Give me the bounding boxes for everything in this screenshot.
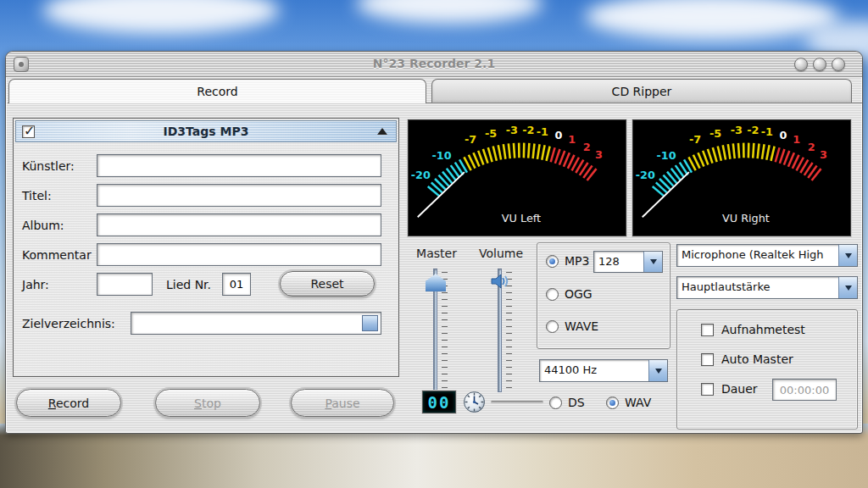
id3-panel: ID3Tags MP3 Künstler: Titel: Album: Komm… [13, 118, 399, 377]
jahr-label: Jahr: [22, 278, 49, 291]
tab-record[interactable]: Record [8, 79, 426, 103]
radio-ogg[interactable]: OGG [546, 287, 593, 301]
aufnahmetest-checkbox[interactable] [701, 324, 714, 336]
radio-mp3-dot[interactable] [546, 255, 559, 268]
svg-text:2: 2 [583, 141, 591, 153]
titel-label: Titel: [22, 189, 52, 202]
aufnahmetest-checkbox-row[interactable]: Aufnahmetest [701, 323, 805, 336]
bitrate-value: 128 [594, 252, 643, 272]
svg-text:-7: -7 [689, 133, 701, 146]
samplerate-combo[interactable]: 44100 Hz [539, 359, 668, 382]
radio-ds-dot[interactable] [549, 396, 562, 409]
timer-knob[interactable] [463, 391, 486, 413]
radio-wave-dot[interactable] [546, 320, 559, 333]
radio-mp3[interactable]: MP3 [546, 254, 589, 268]
svg-text:1: 1 [793, 133, 800, 146]
chevron-down-icon[interactable] [643, 252, 662, 272]
tab-cd-ripper[interactable]: CD Ripper [431, 79, 852, 103]
svg-text:-20: -20 [411, 169, 431, 181]
mixer-line-value: Hauptlautstärke [677, 277, 838, 298]
svg-text:3: 3 [820, 148, 827, 161]
radio-wave[interactable]: WAVE [546, 319, 598, 333]
pause-button[interactable]: Pause [291, 389, 394, 417]
auto-master-checkbox-row[interactable]: Auto Master [701, 352, 793, 366]
format-groupbox: MP3 128 OGG WAVE [537, 242, 670, 349]
svg-text:VU Right: VU Right [722, 212, 770, 225]
vu-meter-left: -20-10-7-5-3-2-10123VU Left [408, 119, 626, 236]
window-title: N°23 Recorder 2.1 [6, 57, 862, 70]
radio-ds[interactable]: DS [549, 396, 585, 409]
radio-wav[interactable]: WAV [606, 396, 651, 409]
dauer-checkbox[interactable] [701, 383, 714, 396]
dauer-time-input[interactable] [772, 379, 837, 401]
input-device-combo[interactable]: Microphone (Realtek High [676, 244, 858, 267]
desktop: { "window": { "title": "N°23 Recorder 2.… [0, 0, 868, 488]
stop-button[interactable]: Stop [155, 389, 260, 417]
kommentar-label: Kommentar [22, 248, 92, 262]
svg-text:-1: -1 [537, 125, 548, 138]
chevron-down-icon[interactable] [838, 245, 857, 266]
record-button-label: Record [48, 396, 89, 410]
auto-master-label: Auto Master [721, 352, 793, 366]
id3-header[interactable]: ID3Tags MP3 [15, 120, 397, 142]
radio-mp3-label: MP3 [565, 254, 589, 268]
titlebar[interactable]: N°23 Recorder 2.1 [6, 52, 862, 77]
bitrate-combo[interactable]: 128 [593, 251, 663, 273]
album-label: Album: [22, 219, 64, 232]
zielverzeichnis-input[interactable] [131, 312, 381, 335]
browse-button[interactable] [362, 315, 378, 331]
minimize-button[interactable] [794, 58, 808, 71]
record-button[interactable]: Record [16, 389, 121, 417]
collapse-arrow-icon[interactable] [377, 128, 387, 135]
timer-slider-track[interactable] [491, 401, 543, 403]
options-groupbox: Aufnahmetest Auto Master Dauer [676, 309, 858, 430]
chevron-down-icon[interactable] [648, 360, 667, 381]
cloud [356, 0, 542, 24]
samplerate-value: 44100 Hz [540, 360, 648, 381]
kuenstler-input[interactable] [97, 154, 381, 177]
svg-text:3: 3 [595, 148, 603, 161]
svg-text:-2: -2 [747, 124, 759, 136]
radio-ogg-label: OGG [565, 287, 593, 301]
id3-enable-checkbox[interactable] [22, 125, 35, 138]
volume-slider-handle[interactable] [490, 272, 510, 291]
titel-input[interactable] [97, 184, 381, 207]
svg-text:-1: -1 [761, 125, 773, 138]
reset-button[interactable]: Reset [280, 271, 375, 297]
svg-text:-5: -5 [485, 127, 497, 140]
svg-text:-3: -3 [731, 124, 743, 136]
kuenstler-label: Künstler: [22, 159, 75, 173]
close-button[interactable] [832, 58, 845, 71]
kommentar-input[interactable] [97, 243, 381, 266]
radio-wav-label: WAV [625, 396, 651, 409]
mixer-line-combo[interactable]: Hauptlautstärke [676, 276, 858, 299]
lied-nr-label: Lied Nr. [166, 278, 211, 291]
cloud [42, 0, 280, 34]
id3-panel-title: ID3Tags MP3 [16, 125, 396, 138]
pause-button-label: Pause [325, 396, 359, 410]
svg-text:-2: -2 [522, 124, 534, 136]
lied-nr-input[interactable] [222, 273, 251, 296]
chevron-down-icon[interactable] [838, 277, 857, 298]
vu-meter-right: -20-10-7-5-3-2-10123VU Right [632, 119, 851, 236]
svg-text:VU Left: VU Left [502, 212, 541, 225]
cloud [585, 0, 839, 40]
svg-text:-5: -5 [709, 127, 721, 140]
svg-text:-20: -20 [636, 169, 655, 181]
jahr-input[interactable] [97, 273, 153, 296]
maximize-button[interactable] [813, 58, 826, 71]
svg-text:1: 1 [568, 133, 576, 146]
radio-ogg-dot[interactable] [546, 288, 559, 301]
dauer-label: Dauer [721, 382, 758, 396]
counter-display: 00 [422, 391, 456, 413]
radio-wave-label: WAVE [565, 319, 598, 333]
tab-record-label: Record [197, 85, 237, 98]
input-device-value: Microphone (Realtek High [677, 245, 838, 266]
radio-wav-dot[interactable] [606, 396, 619, 409]
album-input[interactable] [97, 214, 381, 236]
auto-master-checkbox[interactable] [701, 353, 714, 366]
radio-ds-label: DS [568, 396, 585, 409]
dauer-checkbox-row[interactable]: Dauer [701, 382, 758, 396]
svg-text:0: 0 [555, 129, 563, 141]
master-label: Master [411, 247, 462, 260]
